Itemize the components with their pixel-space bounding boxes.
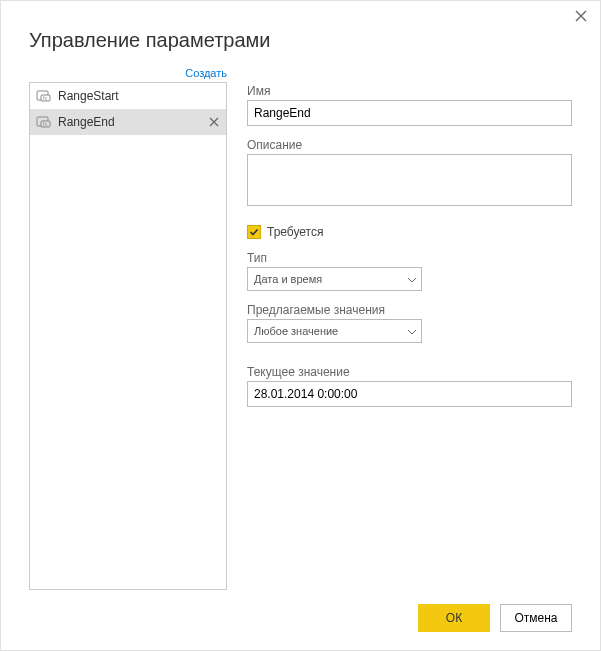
current-value-group: Текущее значение — [247, 365, 572, 407]
manage-parameters-dialog: Управление параметрами Создать fx RangeS… — [1, 1, 600, 650]
description-group: Описание — [247, 138, 572, 209]
suggested-group: Предлагаемые значения — [247, 303, 572, 343]
close-icon[interactable] — [574, 9, 588, 26]
type-label: Тип — [247, 251, 572, 265]
create-row: Создать — [29, 66, 227, 82]
type-select[interactable] — [247, 267, 422, 291]
required-checkbox[interactable] — [247, 225, 261, 239]
parameter-list: fx RangeStart fx RangeEnd — [29, 82, 227, 590]
delete-icon[interactable] — [208, 116, 220, 128]
description-input[interactable] — [247, 154, 572, 206]
suggested-select-value[interactable] — [247, 319, 422, 343]
name-group: Имя — [247, 84, 572, 126]
parameter-icon: fx — [36, 114, 52, 130]
sidebar: Создать fx RangeStart fx RangeEnd — [29, 66, 227, 590]
parameter-icon: fx — [36, 88, 52, 104]
type-group: Тип — [247, 251, 572, 291]
type-select-value[interactable] — [247, 267, 422, 291]
name-input[interactable] — [247, 100, 572, 126]
required-label: Требуется — [267, 225, 323, 239]
description-label: Описание — [247, 138, 572, 152]
sidebar-item-rangeend[interactable]: fx RangeEnd — [30, 109, 226, 135]
form-panel: Имя Описание Требуется Тип — [247, 66, 572, 590]
name-label: Имя — [247, 84, 572, 98]
dialog-footer: ОК Отмена — [29, 590, 572, 632]
dialog-title: Управление параметрами — [29, 29, 572, 52]
cancel-button[interactable]: Отмена — [500, 604, 572, 632]
sidebar-item-label: RangeEnd — [58, 115, 208, 129]
svg-text:fx: fx — [43, 95, 47, 101]
create-link[interactable]: Создать — [185, 67, 227, 79]
sidebar-item-label: RangeStart — [58, 89, 220, 103]
current-value-label: Текущее значение — [247, 365, 572, 379]
sidebar-item-rangestart[interactable]: fx RangeStart — [30, 83, 226, 109]
svg-text:fx: fx — [43, 121, 47, 127]
ok-button[interactable]: ОК — [418, 604, 490, 632]
dialog-content: Создать fx RangeStart fx RangeEnd — [29, 66, 572, 590]
suggested-select[interactable] — [247, 319, 422, 343]
suggested-label: Предлагаемые значения — [247, 303, 572, 317]
required-row: Требуется — [247, 225, 572, 239]
current-value-input[interactable] — [247, 381, 572, 407]
